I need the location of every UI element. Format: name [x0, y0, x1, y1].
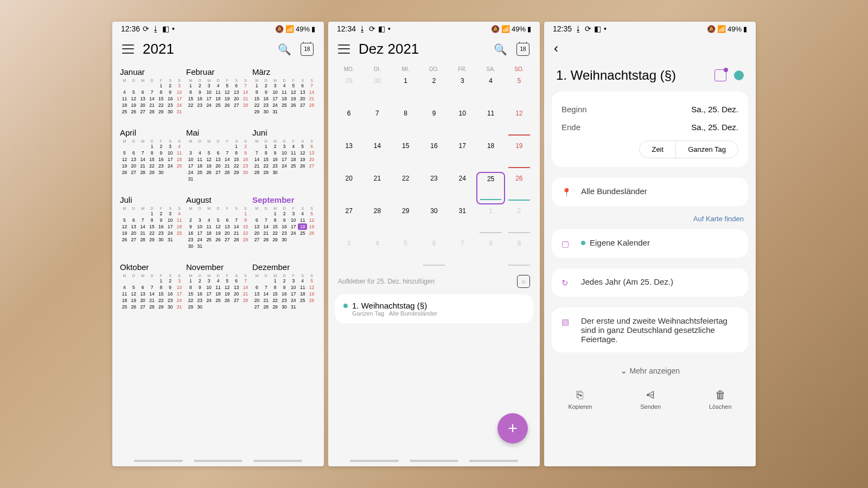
- note-icon: ▤: [561, 317, 572, 327]
- begin-value[interactable]: Sa., 25. Dez.: [691, 105, 738, 114]
- month-april[interactable]: AprilMDMDFSS 123456789101112131415161718…: [120, 128, 184, 182]
- day-cell[interactable]: 6: [420, 237, 448, 269]
- app-bar: 2021 🔍 18: [112, 33, 324, 63]
- menu-button[interactable]: [338, 43, 350, 55]
- month-januar[interactable]: JanuarMDMDFSS 12345678910111213141516171…: [120, 67, 184, 115]
- day-cell[interactable]: 4: [363, 237, 391, 269]
- day-cell[interactable]: 28: [363, 204, 391, 237]
- day-cell[interactable]: 19: [505, 139, 533, 172]
- day-cell[interactable]: 9: [420, 107, 448, 139]
- day-cell[interactable]: 8: [476, 237, 505, 269]
- day-cell[interactable]: 5: [505, 74, 533, 107]
- sticker-prompt-row[interactable]: Aufkleber für 25. Dez. hinzufügen ☺: [328, 269, 540, 291]
- time-mode-toggle[interactable]: Zeit Ganzen Tag: [639, 140, 738, 158]
- back-button[interactable]: ‹: [554, 41, 558, 56]
- day-cell[interactable]: 11: [476, 107, 505, 139]
- month-november[interactable]: NovemberMDMDFSS1234567891011121314151617…: [186, 262, 250, 310]
- day-cell[interactable]: 20: [335, 172, 363, 204]
- day-cell[interactable]: 18: [476, 139, 505, 172]
- event-color-icon[interactable]: [734, 70, 744, 80]
- day-cell[interactable]: 26: [505, 172, 533, 204]
- day-cell[interactable]: 22: [392, 172, 420, 204]
- month-dezember[interactable]: DezemberMDMDFSS 123456789101112131415161…: [252, 262, 316, 310]
- nav-bar[interactable]: [328, 460, 540, 462]
- day-cell[interactable]: 23: [420, 172, 448, 204]
- delete-action[interactable]: 🗑Löschen: [709, 389, 732, 410]
- search-button[interactable]: 🔍: [493, 42, 507, 56]
- month-juni[interactable]: JuniMDMDFSS 1234567891011121314151617181…: [252, 128, 316, 182]
- mute-icon: 🔕: [707, 25, 716, 33]
- day-cell[interactable]: 24: [448, 172, 476, 204]
- month-label: Juni: [252, 128, 316, 137]
- month-label: Oktober: [120, 262, 184, 272]
- day-cell[interactable]: 2: [505, 204, 533, 237]
- sticker-applied-icon[interactable]: [714, 69, 726, 81]
- day-cell[interactable]: 3: [448, 74, 476, 107]
- month-juli[interactable]: JuliMDMDFSS 1234567891011121314151617181…: [120, 195, 184, 249]
- map-link[interactable]: Auf Karte finden: [544, 211, 756, 224]
- sticker-prompt: Aufkleber für 25. Dez. hinzufügen: [338, 278, 435, 285]
- event-card[interactable]: 1. Weihnachtstag (§) Ganzen Tag Alle Bun…: [335, 294, 533, 323]
- copy-action[interactable]: ⎘Kopieren: [568, 389, 592, 410]
- repeat-text: Jedes Jahr (Am 25. Dez.): [581, 277, 738, 286]
- menu-button[interactable]: [122, 43, 134, 55]
- month-februar[interactable]: FebruarMDMDFSS12345678910111213141516171…: [186, 67, 250, 115]
- status-icon: ⭳: [575, 24, 582, 33]
- repeat-icon: ↻: [561, 278, 572, 288]
- day-cell[interactable]: 8: [392, 107, 420, 139]
- day-cell[interactable]: 6: [335, 107, 363, 139]
- add-event-fab[interactable]: +: [497, 413, 528, 444]
- month-title[interactable]: Dez 2021: [359, 41, 484, 57]
- today-button[interactable]: 18: [516, 42, 530, 56]
- day-cell[interactable]: 4: [476, 74, 505, 107]
- month-label: August: [186, 195, 250, 204]
- day-cell[interactable]: 30: [420, 204, 448, 237]
- end-value[interactable]: Sa., 25. Dez.: [691, 123, 738, 132]
- day-cell[interactable]: 29: [335, 74, 363, 107]
- month-august[interactable]: AugustMDMDFSS 12345678910111213141516171…: [186, 195, 250, 249]
- month-oktober[interactable]: OktoberMDMDFSS 1234567891011121314151617…: [120, 262, 184, 310]
- day-cell[interactable]: 2: [420, 74, 448, 107]
- phone-event-detail: 12:35 ⭳ ⟳ ◧ • 🔕 📶 49% ▮ ‹ 1. Weihnachtst…: [544, 22, 756, 466]
- calendar-card[interactable]: ▢ Eigene Kalender: [552, 229, 748, 258]
- day-cell[interactable]: 21: [363, 172, 391, 204]
- year-title[interactable]: 2021: [143, 41, 269, 57]
- sticker-icon[interactable]: ☺: [517, 275, 530, 288]
- day-cell[interactable]: 16: [420, 139, 448, 172]
- pill-allday[interactable]: Ganzen Tag: [675, 141, 738, 158]
- day-cell[interactable]: 7: [448, 237, 476, 269]
- pill-time[interactable]: Zeit: [640, 141, 675, 158]
- month-label: Mai: [186, 128, 250, 137]
- month-mai[interactable]: MaiMDMDFSS 12345678910111213141516171819…: [186, 128, 250, 182]
- day-cell[interactable]: 1: [476, 204, 505, 237]
- repeat-card[interactable]: ↻ Jedes Jahr (Am 25. Dez.): [552, 268, 748, 297]
- nav-bar[interactable]: [112, 460, 324, 462]
- day-cell[interactable]: 14: [363, 139, 391, 172]
- day-cell[interactable]: 31: [448, 204, 476, 237]
- day-cell[interactable]: 10: [448, 107, 476, 139]
- day-cell[interactable]: 29: [392, 204, 420, 237]
- month-september[interactable]: SeptemberMDMDFSS 12345678910111213141516…: [252, 195, 316, 249]
- search-button[interactable]: 🔍: [277, 42, 291, 56]
- location-card[interactable]: 📍 Alle Bundesländer: [552, 178, 748, 206]
- status-icon: •: [388, 24, 391, 33]
- today-button[interactable]: 18: [300, 42, 314, 56]
- day-cell[interactable]: 12: [505, 107, 533, 139]
- app-bar: Dez 2021 🔍 18: [328, 33, 540, 63]
- day-cell[interactable]: 30: [363, 74, 391, 107]
- day-cell[interactable]: 25: [476, 172, 505, 204]
- day-cell[interactable]: 1: [392, 74, 420, 107]
- show-more-button[interactable]: Mehr anzeigen: [544, 358, 756, 383]
- send-action[interactable]: ⩤Senden: [640, 389, 661, 410]
- day-cell[interactable]: 15: [392, 139, 420, 172]
- day-cell[interactable]: 5: [392, 237, 420, 269]
- month-märz[interactable]: MärzMDMDFSS12345678910111213141516171819…: [252, 67, 316, 115]
- day-cell[interactable]: 13: [335, 139, 363, 172]
- day-cell[interactable]: 9: [505, 237, 533, 269]
- event-color-dot: [343, 304, 348, 308]
- day-cell[interactable]: 3: [335, 237, 363, 269]
- status-icon: ◧: [162, 24, 169, 33]
- day-cell[interactable]: 17: [448, 139, 476, 172]
- day-cell[interactable]: 27: [335, 204, 363, 237]
- day-cell[interactable]: 7: [363, 107, 391, 139]
